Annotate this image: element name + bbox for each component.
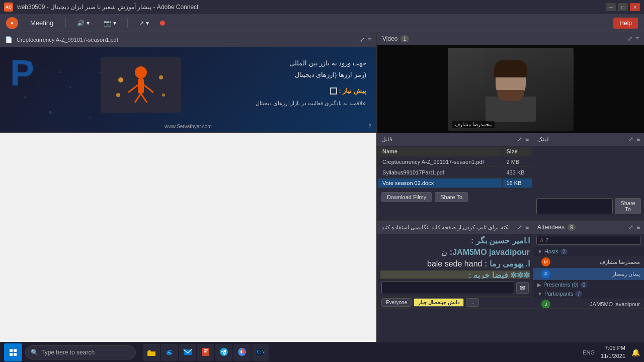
beard — [497, 90, 524, 101]
adobe-connect-logo: ● — [6, 17, 18, 29]
taskbar-app-edge[interactable] — [161, 344, 178, 361]
slide1-pagenum: 2 — [368, 123, 371, 129]
video-expand-icon[interactable]: ⤢ — [627, 35, 632, 42]
taskbar-app-chrome[interactable] — [233, 344, 251, 361]
slide1-checkbox-icon — [330, 87, 337, 95]
chat-sender: JAM5MO javadipour: — [450, 248, 530, 256]
chat-input-field[interactable] — [381, 281, 514, 294]
share-button[interactable]: ↗ ▾ — [136, 18, 152, 28]
taskbar-app-powerpoint[interactable] — [197, 344, 214, 361]
attendees-count: 9 — [568, 224, 576, 231]
pdf-panel: 📄 Creptocurrency A-Z_991017-season1.pdf … — [0, 32, 377, 342]
files-header: فایل ⤢ ≡ — [377, 133, 533, 146]
close-button[interactable]: ✕ — [630, 3, 640, 11]
chat-sender: ا.امیر حسین بگر : — [471, 236, 530, 245]
help-button[interactable]: Help — [613, 18, 638, 29]
links-menu-icon[interactable]: ≡ — [636, 136, 640, 143]
taskbar-app-telegram[interactable] — [215, 344, 232, 361]
slide1-illustration — [101, 57, 181, 113]
main-area: 📄 Creptocurrency A-Z_991017-season1.pdf … — [0, 32, 644, 342]
chat-specific-user-button[interactable]: دانش جیتعصال جبار — [414, 298, 464, 307]
face-container — [486, 56, 536, 122]
notes-header: نکته برای تایپ کردن از صفحه کلید انگلیسی… — [377, 221, 533, 234]
start-button[interactable] — [4, 343, 22, 361]
svg-line-8 — [50, 87, 70, 113]
maximize-button[interactable]: □ — [618, 3, 628, 11]
share-to-button[interactable]: Share To — [435, 192, 468, 202]
audio-button[interactable]: 🔊 ▾ — [74, 18, 93, 28]
notes-expand-icon[interactable]: ⤢ — [517, 224, 522, 231]
table-row[interactable]: Syllabus991017Part1.pdf 433 KB — [378, 168, 532, 177]
chat-footer: Everyone دانش جیتعصال جبار ... — [377, 296, 533, 308]
slide1-line1: جهت ورود به بازر بین المللی — [256, 57, 366, 69]
links-input-row: Share To — [533, 196, 644, 216]
chat-everyone-button[interactable]: Everyone — [381, 298, 412, 307]
links-share-button[interactable]: Share To — [615, 198, 641, 214]
files-label: فایل — [381, 136, 392, 143]
window-controls: ─ □ ✕ — [606, 3, 640, 11]
clock-time: 7:05 PM — [601, 344, 625, 352]
attendee-item[interactable]: P پیمان رمضار — [533, 268, 644, 280]
svg-rect-49 — [14, 349, 17, 352]
files-menu-icon[interactable]: ≡ — [525, 136, 529, 143]
file-size-1: 433 KB — [503, 168, 532, 177]
links-expand-icon[interactable]: ⤢ — [628, 136, 633, 143]
notification-icon[interactable]: 🔔 — [631, 348, 640, 356]
search-icon: 🔍 — [31, 349, 38, 356]
attendee-item[interactable]: M محمدرضا مشارف — [533, 256, 644, 268]
file-size-0: 2 MB — [503, 157, 532, 167]
participants-section: ▼ Participants 7 — [533, 289, 644, 298]
table-row[interactable]: Vote season 02.docx 16 KB — [378, 178, 532, 188]
video-menu-icon[interactable]: ≡ — [635, 35, 639, 42]
chat-messages-area: ا.امیر حسین بگر : JAM5MO javadipour: ن ا… — [377, 234, 533, 279]
face — [496, 64, 526, 99]
taskbar-app-terminal[interactable]: C:\> — [252, 344, 269, 361]
video-face — [448, 48, 574, 131]
presenters-chevron-icon[interactable]: ▶ — [537, 282, 541, 288]
att-menu-icon[interactable]: ≡ — [636, 224, 640, 231]
pdf-menu-icon[interactable]: ≡ — [368, 36, 371, 43]
video-person-name: محمدرضا مشارف — [452, 121, 495, 128]
pdf-expand-icon[interactable]: ⤢ — [360, 36, 365, 43]
presenters-section: ▶ Presenters (0) 0 — [533, 280, 644, 289]
chat-send-button[interactable]: ✉ — [516, 282, 529, 294]
hosts-chevron-icon[interactable]: ▼ — [537, 249, 542, 254]
notes-header-icons: ⤢ ≡ — [517, 224, 529, 231]
attendees-search-input[interactable] — [536, 236, 641, 245]
chat-message: JAM5MO javadipour: ن — [380, 247, 530, 257]
video-panel: Video 1 ⤢ ≡ — [377, 32, 644, 133]
chat-message: ا.امیر حسین بگر : — [380, 236, 530, 245]
taskbar: 🔍 Type here to search — [0, 342, 644, 362]
slide1-text: جهت ورود به بازر بین المللی (رمز ارزها (… — [256, 57, 366, 109]
chat-sender: ا. یهومی رما : — [485, 259, 530, 268]
att-expand-icon[interactable]: ⤢ — [628, 224, 633, 231]
chat-more-button[interactable]: ... — [466, 298, 479, 307]
audio-icon: 🔊 — [77, 20, 85, 27]
links-label: لینک — [537, 136, 549, 143]
notes-menu-icon[interactable]: ≡ — [525, 224, 529, 231]
file-name-2: Vote season 02.docx — [378, 178, 502, 188]
svg-line-10 — [70, 72, 101, 87]
pdf-file-icon: 📄 — [5, 36, 13, 43]
files-expand-icon[interactable]: ⤢ — [517, 136, 522, 143]
camera-button[interactable]: 📷 ▾ — [101, 18, 119, 28]
download-button[interactable]: Download Filmy — [381, 192, 432, 202]
svg-rect-51 — [14, 353, 17, 356]
participants-chevron-icon[interactable]: ▼ — [537, 291, 542, 297]
svg-rect-53 — [147, 351, 155, 352]
separator2 — [127, 18, 128, 28]
share-icon: ↗ — [139, 20, 144, 27]
table-row[interactable]: Creptocurrency A-Z_991017-season1.pdf 2 … — [378, 157, 532, 167]
taskbar-app-explorer[interactable] — [143, 344, 160, 361]
links-input-field[interactable] — [536, 198, 613, 214]
links-panel: لینک ⤢ ≡ Share To — [533, 133, 644, 220]
taskbar-search[interactable]: 🔍 Type here to search — [25, 345, 136, 359]
minimize-button[interactable]: ─ — [606, 3, 616, 11]
chat-text: bale sede hand — [427, 259, 482, 268]
taskbar-app-mail[interactable] — [179, 344, 196, 361]
meeting-menu[interactable]: Meeting — [26, 17, 57, 29]
slide1-url: www.Servathyar.com — [165, 124, 211, 129]
attendee-item[interactable]: J JAM5MO javadipour — [533, 298, 644, 308]
hosts-label: Hosts — [544, 248, 558, 254]
participants-count: 7 — [575, 291, 582, 297]
